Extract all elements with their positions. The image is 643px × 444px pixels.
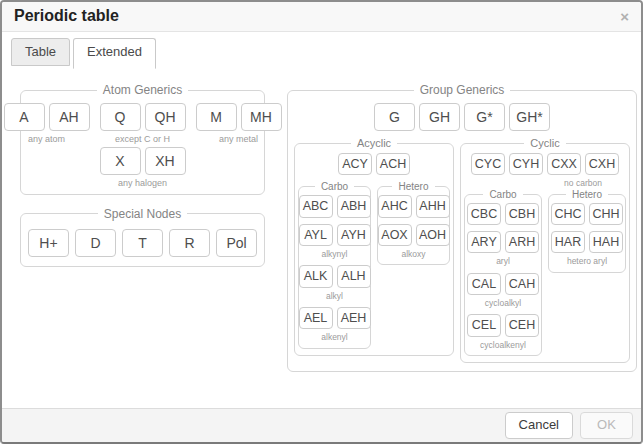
no-carbon-caption: no carbon xyxy=(564,178,602,188)
group-generics-legend: Group Generics xyxy=(414,83,511,97)
button-ALK[interactable]: ALK xyxy=(299,265,333,287)
dialog-header: Periodic table × xyxy=(2,2,641,32)
button-CBH[interactable]: CBH xyxy=(505,203,539,225)
button-AH[interactable]: AH xyxy=(49,103,90,131)
button-AOH[interactable]: AOH xyxy=(416,224,450,246)
alkyl-caption: alkyl xyxy=(326,291,343,301)
button-GH[interactable]: GH xyxy=(419,103,460,131)
special-nodes-fieldset: Special Nodes H+ D T R Pol xyxy=(20,207,265,267)
button-CXX[interactable]: CXX xyxy=(547,153,581,175)
alkenyl-caption: alkenyl xyxy=(321,332,347,342)
button-Q[interactable]: Q xyxy=(100,103,141,131)
button-G-star[interactable]: G* xyxy=(464,103,505,131)
group-generics-fieldset: Group Generics G GH G* GH* Acyclic ACY A… xyxy=(287,83,637,372)
button-CXH[interactable]: CXH xyxy=(585,153,619,175)
button-CHC[interactable]: CHC xyxy=(551,203,585,225)
hetero-aryl-caption: hetero aryl xyxy=(567,256,607,266)
button-Pol[interactable]: Pol xyxy=(216,229,257,257)
tab-table[interactable]: Table xyxy=(11,38,70,66)
cycloalkyl-caption: cycloalkyl xyxy=(485,298,521,308)
button-ARH[interactable]: ARH xyxy=(505,231,539,253)
any-metal-caption: any metal xyxy=(219,134,258,145)
cyclic-hetero-fieldset: Hetero CHC CHH xyxy=(548,189,626,273)
button-CHH[interactable]: CHH xyxy=(589,203,623,225)
any-atom-caption: any atom xyxy=(28,134,65,145)
special-nodes-row: H+ D T R Pol xyxy=(25,229,260,257)
left-column: Atom Generics A AH any atom Q QH xyxy=(20,83,265,267)
button-X[interactable]: X xyxy=(100,147,141,175)
button-R[interactable]: R xyxy=(169,229,210,257)
button-D[interactable]: D xyxy=(75,229,116,257)
button-GH-star[interactable]: GH* xyxy=(509,103,550,131)
button-ACH[interactable]: ACH xyxy=(376,153,410,175)
atom-generics-row-1: A AH any atom Q QH except C or H xyxy=(25,103,260,145)
special-nodes-legend: Special Nodes xyxy=(98,207,187,221)
button-ALH[interactable]: ALH xyxy=(337,265,371,287)
button-AYL[interactable]: AYL xyxy=(299,224,333,246)
button-G[interactable]: G xyxy=(374,103,415,131)
acyclic-legend: Acyclic xyxy=(351,137,397,149)
acyclic-fieldset: Acyclic ACY ACH Carbo A xyxy=(294,137,454,355)
button-HAR[interactable]: HAR xyxy=(551,231,585,253)
button-QH[interactable]: QH xyxy=(145,103,186,131)
button-AEL[interactable]: AEL xyxy=(299,307,333,329)
ok-button[interactable]: OK xyxy=(580,412,633,439)
periodic-table-dialog: Periodic table × Table Extended Atom Gen… xyxy=(0,0,643,444)
alkynyl-caption: alkynyl xyxy=(322,249,348,259)
button-CEL[interactable]: CEL xyxy=(467,314,501,336)
button-ACY[interactable]: ACY xyxy=(338,153,372,175)
extended-tab-panel: Atom Generics A AH any atom Q QH xyxy=(2,69,641,408)
button-CYH[interactable]: CYH xyxy=(509,153,543,175)
button-AHH[interactable]: AHH xyxy=(416,195,450,217)
except-c-or-h-group: Q QH except C or H xyxy=(100,103,186,145)
button-XH[interactable]: XH xyxy=(145,147,186,175)
button-AOX[interactable]: AOX xyxy=(378,224,412,246)
button-HAH[interactable]: HAH xyxy=(589,231,623,253)
acyclic-carbo-fieldset: Carbo ABC ABH xyxy=(298,181,371,348)
group-generics-row: G GH G* GH* xyxy=(294,103,630,131)
button-CAH[interactable]: CAH xyxy=(505,273,539,295)
button-ARY[interactable]: ARY xyxy=(467,231,501,253)
cyclic-hetero-legend: Hetero xyxy=(566,189,608,200)
atom-generics-row-2: X XH any halogen xyxy=(25,147,260,189)
cyclic-fieldset: Cyclic CYC CYH CXX xyxy=(460,137,630,363)
cyclic-carbo-hetero-pair: Carbo CBC CBH xyxy=(464,189,626,356)
tab-bar: Table Extended xyxy=(2,32,641,69)
right-column: Group Generics G GH G* GH* Acyclic ACY A… xyxy=(287,83,637,372)
close-icon[interactable]: × xyxy=(620,9,629,24)
except-c-or-h-caption: except C or H xyxy=(115,134,170,145)
button-CYC[interactable]: CYC xyxy=(471,153,505,175)
any-atom-group: A AH any atom xyxy=(4,103,90,145)
button-ABC[interactable]: ABC xyxy=(299,195,333,217)
button-H-plus[interactable]: H+ xyxy=(28,229,69,257)
button-AEH[interactable]: AEH xyxy=(337,307,371,329)
button-T[interactable]: T xyxy=(122,229,163,257)
button-CAL[interactable]: CAL xyxy=(467,273,501,295)
tab-extended[interactable]: Extended xyxy=(73,38,156,69)
cyclic-legend: Cyclic xyxy=(524,137,565,149)
atom-generics-fieldset: Atom Generics A AH any atom Q QH xyxy=(20,83,265,195)
dialog-title: Periodic table xyxy=(14,7,119,25)
button-ABH[interactable]: ABH xyxy=(337,195,371,217)
button-MH[interactable]: MH xyxy=(241,103,282,131)
cyclic-row: CYC CYH CXX CXH no carbon xyxy=(464,153,626,189)
cyclic-carbo-fieldset: Carbo CBC CBH xyxy=(464,189,542,356)
button-A[interactable]: A xyxy=(4,103,45,131)
button-AHC[interactable]: AHC xyxy=(378,195,412,217)
acyclic-hetero-fieldset: Hetero AHC AHH xyxy=(377,181,450,265)
alkoxy-caption: alkoxy xyxy=(401,249,425,259)
cancel-button[interactable]: Cancel xyxy=(505,412,573,439)
any-halogen-caption: any halogen xyxy=(118,178,167,189)
acyclic-row: ACY ACH xyxy=(298,153,450,175)
acyclic-carbo-hetero-pair: Carbo ABC ABH xyxy=(298,181,450,348)
button-AYH[interactable]: AYH xyxy=(337,224,371,246)
atom-generics-legend: Atom Generics xyxy=(97,83,188,97)
button-M[interactable]: M xyxy=(196,103,237,131)
button-CEH[interactable]: CEH xyxy=(505,314,539,336)
acyclic-carbo-legend: Carbo xyxy=(315,181,354,192)
button-CBC[interactable]: CBC xyxy=(467,203,501,225)
cyclic-carbo-legend: Carbo xyxy=(483,189,522,200)
any-metal-group: M MH any metal xyxy=(196,103,282,145)
acyclic-hetero-legend: Hetero xyxy=(392,181,434,192)
cycloalkenyl-caption: cycloalkenyl xyxy=(480,340,526,350)
